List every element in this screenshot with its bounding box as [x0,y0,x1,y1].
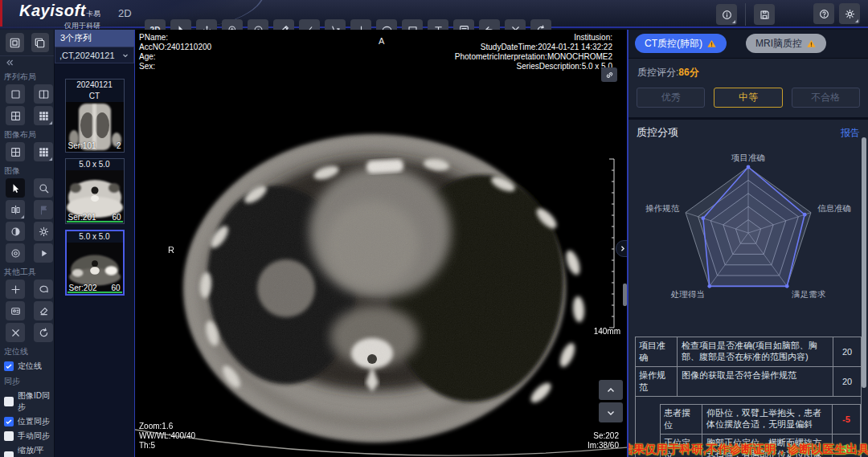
svg-text:操作规范: 操作规范 [645,203,680,213]
app-header: Kayisoft卡易 仅用于科研 2D 2D [0,0,868,28]
panel-toggle-button[interactable] [31,33,50,52]
viewport-scrollbar[interactable] [623,284,627,306]
viewport[interactable]: PName:AccNO:2401210200Age:Sex: Institusi… [135,30,628,457]
toolbar-help-button[interactable] [813,3,834,24]
ct-axial-image [135,30,628,457]
tool-comment-button[interactable] [34,280,53,299]
checkbox-row[interactable]: 手动同步 [0,429,54,443]
thumbnail-image-count: 2 [117,141,121,150]
qc-panel-scrollbar[interactable] [862,137,866,388]
qc-tab-label: MRI脑质控 [755,37,802,51]
tool-reset-button[interactable] [34,323,53,342]
flip-icon [10,204,22,216]
qc-section-title: 质控分项 [637,125,678,140]
qc-tab-mri[interactable]: MRI脑质控 [746,34,826,53]
checkbox-label: 图像ID同步 [18,390,50,413]
grade-button-2[interactable]: 不合格 [792,88,860,108]
contrast-icon [10,226,22,238]
overlay-line: Th:5 [139,441,195,451]
report-link[interactable]: 报告 [841,126,860,140]
image-layout-4-button[interactable] [6,142,25,161]
overlay-line: WW/WL:400/40 [139,431,195,441]
series-thumbnail-ser-101[interactable]: 20240121CTSer:1012 [65,79,125,153]
series-layout-1-button[interactable] [6,84,25,104]
link-series-icon[interactable] [601,67,617,82]
checkbox-row[interactable]: 位置同步 [0,414,54,429]
series-layout-2col-button[interactable] [34,84,53,104]
checkbox-row[interactable]: 缩放/平移 [0,443,54,457]
series-layout-more-button[interactable] [34,106,53,125]
bubble-icon [38,284,50,296]
gear-icon [844,8,856,20]
scroll-up-button[interactable] [599,380,623,400]
tool-eraser-button[interactable] [34,301,53,320]
search-icon [38,182,50,194]
series-layout-4-button[interactable] [6,106,25,125]
checked-checkbox[interactable] [4,417,14,426]
image-brightness-button[interactable] [34,222,53,241]
layout-4-icon [10,146,22,158]
image-magnify-button[interactable] [34,178,53,198]
image-play-button[interactable] [34,243,53,263]
qc-tab-label: CT质控(肺部) [645,37,702,51]
info-icon [721,9,733,21]
row-description: 检查项目是否准确(项目如脑部、胸部、腹部是否在标准的范围内容) [678,337,833,366]
checkbox-row[interactable]: 定位线 [0,359,54,373]
image-rotate-flip-button[interactable] [6,200,25,219]
unchecked-checkbox[interactable] [4,431,14,441]
grade-button-0[interactable]: 优秀 [637,88,705,108]
image-cine-button[interactable] [6,243,25,263]
record-icon [10,247,22,259]
collapse-rail-button[interactable] [0,56,54,69]
overlay-zoom-ww: Zoom:1.6WW/WL:400/40Th:5 [139,422,195,451]
flag-icon [38,204,50,216]
series-thumbnail-ser-202[interactable]: 5.0 x 5.0Ser:20260 [65,230,125,296]
unchecked-checkbox[interactable] [4,397,14,406]
row-score: 20 [833,367,861,396]
thumbnail-image-count: 60 [112,213,121,222]
section-title: 其他工具 [0,264,54,280]
qc-tab-ct[interactable]: CT质控(肺部) [635,34,727,53]
image-layout-more-button[interactable] [34,142,53,161]
thumbnail-footer: Ser:20260 [69,284,121,292]
section-title: 序列布局 [0,69,54,84]
row-label: 操作规范 [636,367,678,396]
overlay-line: PName: [139,33,211,43]
pacs-app: Kayisoft卡易 仅用于科研 2D 2D 序列布局图像布局图像其他工具 定位… [0,0,868,457]
checked-checkbox[interactable] [4,361,14,371]
section-title: 图像 [0,163,54,178]
grade-button-1[interactable]: 中等 [714,88,782,108]
thumbnail-footer: Ser:20160 [68,213,121,222]
thumbnail-series-number: Ser:202 [69,284,97,292]
overlay-study-info: Institusion:StudyDateTime:2024-01-21 14:… [455,33,612,71]
panel-expand-handle[interactable] [616,240,628,257]
locator-checkboxes: 定位线 [0,359,54,373]
series-list-button[interactable] [6,33,24,52]
section-title: 图像布局 [0,127,54,142]
image-pointer-button[interactable] [6,178,25,198]
toolbar-save-button[interactable] [754,4,775,25]
tool-add-button[interactable] [6,280,25,299]
disclaimer-marquee: 结果仅用于科研,不作诊断证明，诊断以医生出具的诊断 [628,442,868,457]
tool-delete-button[interactable] [6,323,25,342]
overlay-line: Im:38/60 [588,441,619,451]
toolbar-info-button[interactable] [716,4,737,25]
image-flag-button[interactable] [34,200,53,219]
qc-panel: CT质控(肺部)MRI脑质控 质控评分:86分 优秀中等不合格 质控分项 报告 … [628,30,868,457]
qc-radar-chart: 项目准确信息准确满足需求处理得当操作规范 [636,141,861,333]
help-icon [818,8,830,20]
series-thumbnail-ser-201[interactable]: 5.0 x 5.0Ser:20160 [65,158,125,224]
image-invert-button[interactable] [6,222,25,241]
scroll-down-button[interactable] [599,402,623,422]
unchecked-checkbox[interactable] [4,451,14,457]
toolbar-settings-button[interactable] [839,3,860,24]
overlay-line: PhotometricInterpretation:MONOCHROME2 [455,52,612,62]
qc-table-row: 操作规范图像的获取是否符合操作规范20 [636,367,861,397]
checkbox-row[interactable]: 图像ID同步 [0,389,54,414]
disclaimer-text: 结果仅用于科研,不作诊断证明，诊断以医生出具的诊断 [628,442,868,457]
tool-rail: 序列布局图像布局图像其他工具 定位线 定位线 同步 图像ID同步位置同步手动同步… [0,30,55,457]
series-dropdown[interactable]: ,CT,20240121 [55,47,134,63]
tool-tag-button[interactable] [6,301,25,320]
thumbnail-series-number: Ser:101 [68,141,96,150]
qc-score-table: 项目准确检查项目是否准确(项目如脑部、胸部、腹部是否在标准的范围内容)20操作规… [635,337,862,457]
